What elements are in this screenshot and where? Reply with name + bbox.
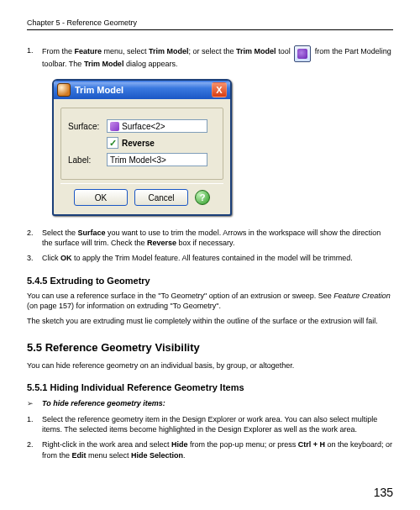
- step-number: 2.: [27, 228, 42, 238]
- help-button[interactable]: ?: [195, 190, 210, 205]
- chapter-header: Chapter 5 - Reference Geometry: [27, 18, 393, 30]
- step-number: 1.: [27, 45, 42, 55]
- text: To hide reference geometry items:: [42, 399, 165, 407]
- text: tool: [276, 47, 293, 55]
- text: Click: [42, 254, 60, 262]
- text: dialog appears.: [123, 60, 177, 68]
- step-number: 2.: [27, 439, 42, 450]
- procedure-title: ➢ To hide reference geometry items:: [27, 399, 393, 407]
- label-value: Trim Model<3>: [110, 155, 166, 165]
- reverse-label: Reverse: [122, 139, 155, 148]
- text: from the pop-up menu; or press: [188, 440, 298, 449]
- step-2: 2. Select the Surface you want to use to…: [27, 228, 393, 248]
- text: to apply the Trim Model feature. All fea…: [72, 254, 353, 262]
- surface-value: Surface<2>: [122, 122, 165, 131]
- section-5-5-1-heading: 5.5.1 Hiding Individual Reference Geomet…: [27, 382, 393, 392]
- paragraph: You can use a reference surface in the "…: [27, 291, 393, 311]
- text: ; or select the: [189, 47, 237, 55]
- page-number: 135: [27, 486, 393, 499]
- text: Hide: [171, 440, 188, 449]
- dialog-title: Trim Model: [75, 85, 212, 95]
- hide-step-1: 1. Select the reference geometry item in…: [27, 414, 393, 434]
- text: Edit: [72, 451, 87, 460]
- text: Hide Selection: [131, 451, 183, 460]
- text: You can use a reference surface in the "…: [27, 292, 333, 300]
- section-5-4-5-heading: 5.4.5 Extruding to Geometry: [27, 276, 393, 286]
- text: menu, select: [102, 47, 149, 55]
- reverse-checkbox[interactable]: ✓: [107, 137, 118, 149]
- surface-input[interactable]: Surface<2>: [107, 119, 207, 133]
- trim-model-dialog: Trim Model X Surface: Surface<2> ✓ Rever…: [52, 79, 232, 216]
- step-1: 1. From the Feature menu, select Trim Mo…: [27, 45, 393, 69]
- step-number: 3.: [27, 253, 42, 263]
- ok-button[interactable]: OK: [74, 189, 128, 206]
- dialog-titlebar[interactable]: Trim Model X: [54, 81, 230, 99]
- text: box if necessary.: [176, 239, 234, 247]
- text: OK: [60, 254, 72, 262]
- text: From the: [42, 47, 75, 55]
- label-input[interactable]: Trim Model<3>: [107, 153, 207, 166]
- text: (on page 157) for information on extrudi…: [27, 302, 221, 310]
- text: Trim Model: [84, 60, 124, 68]
- step-number: 1.: [27, 414, 42, 424]
- surface-icon: [110, 122, 119, 131]
- text: Feature Creation: [333, 292, 391, 300]
- text: Trim Model: [236, 47, 276, 55]
- step-3: 3. Click OK to apply the Trim Model feat…: [27, 253, 393, 263]
- text: .: [183, 451, 186, 460]
- text: Select the reference geometry item in th…: [42, 414, 393, 434]
- dialog-fieldset: Surface: Surface<2> ✓ Reverse Label: T: [60, 108, 223, 180]
- text: Ctrl + H: [298, 440, 325, 449]
- paragraph: You can hide reference geometry on an in…: [27, 360, 393, 371]
- trim-model-tool-icon: [294, 45, 311, 62]
- text: Surface: [78, 229, 106, 237]
- dialog-button-row: OK Cancel ?: [60, 183, 223, 211]
- text: Reverse: [147, 239, 176, 247]
- close-button[interactable]: X: [212, 82, 227, 97]
- text: menu select: [87, 451, 132, 460]
- text: Select the: [42, 229, 78, 237]
- paragraph: The sketch you are extruding must lie co…: [27, 316, 393, 326]
- section-5-5-heading: 5.5 Reference Geometry Visibility: [27, 341, 393, 354]
- surface-label: Surface:: [68, 122, 107, 131]
- text: Right-click in the work area and select: [42, 440, 171, 449]
- text: Trim Model: [149, 47, 189, 55]
- label-label: Label:: [68, 155, 107, 165]
- text: Feature: [75, 47, 102, 55]
- dialog-app-icon: [57, 83, 71, 97]
- hide-step-2: 2. Right-click in the work area and sele…: [27, 439, 393, 460]
- cancel-button[interactable]: Cancel: [134, 189, 188, 206]
- bullet-icon: ➢: [27, 399, 42, 407]
